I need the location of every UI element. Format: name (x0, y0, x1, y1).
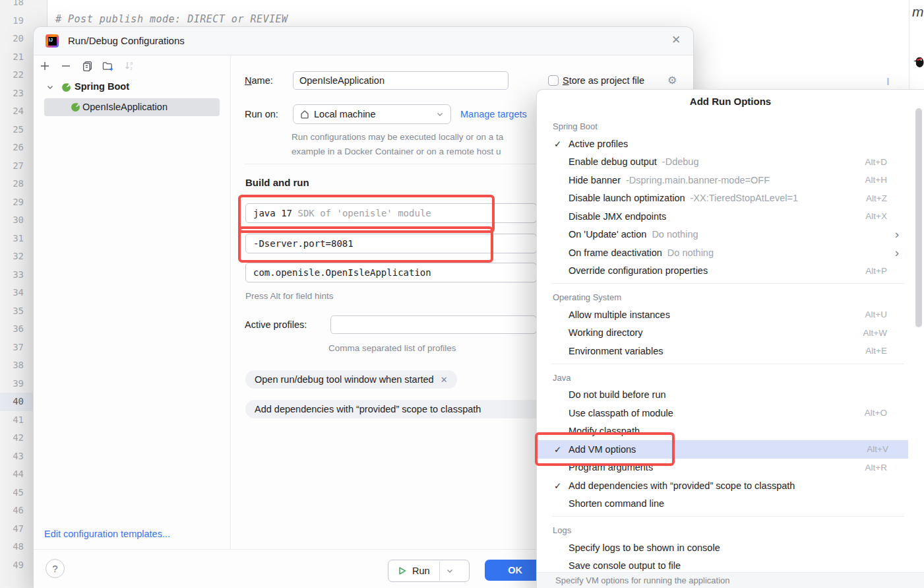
menu-item-specify-logs-to-be-shown-in-console[interactable]: Specify logs to be shown in console (537, 539, 907, 557)
popup-scrollbar[interactable] (915, 108, 922, 327)
menu-item-allow-multiple-instances[interactable]: Allow multiple instancesAlt+U (537, 306, 907, 324)
check-icon: ✓ (554, 480, 569, 491)
menu-item-do-not-build-before-run[interactable]: Do not build before run (537, 386, 907, 405)
intellij-logo-icon: IJ (46, 34, 59, 48)
menu-item-label: Add VM options (569, 444, 636, 455)
line-number: 19 (0, 12, 24, 30)
editor-caret-mark (887, 78, 889, 85)
add-configuration-button[interactable] (39, 60, 51, 72)
configurations-toolbar: az (39, 59, 135, 73)
line-number: 33 (0, 266, 24, 284)
run-button-label: Run (412, 566, 430, 576)
manage-targets-link[interactable]: Manage targets (460, 104, 527, 124)
help-button[interactable]: ? (46, 559, 65, 578)
gear-icon[interactable]: ⚙ (667, 71, 677, 90)
run-on-description-line2: example in a Docker Container or on a re… (292, 145, 501, 159)
vm-options-field[interactable]: -Dserver.port=8081 (245, 234, 537, 253)
line-number: 26 (0, 139, 24, 157)
close-icon[interactable]: ✕ (441, 375, 448, 385)
menu-item-on-frame-deactivation[interactable]: On frame deactivationDo nothing› (537, 244, 907, 262)
line-number: 44 (0, 465, 24, 484)
menu-item-override-configuration-properties[interactable]: Override configuration propertiesAlt+P (537, 262, 907, 280)
line-number: 37 (0, 339, 24, 357)
menu-item-label: Program arguments (569, 462, 653, 473)
menu-separator (551, 516, 904, 517)
build-and-run-heading: Build and run (245, 177, 309, 188)
active-profiles-hint: Comma separated list of profiles (328, 343, 456, 353)
run-on-select[interactable]: Local machine (293, 104, 451, 124)
tree-item-spring-boot[interactable]: Spring Boot (75, 81, 129, 92)
line-number: 42 (0, 429, 24, 447)
menu-item-disable-launch-optimization[interactable]: Disable launch optimization-XX:TieredSto… (537, 189, 907, 208)
menu-item-hint: -XX:TieredStopAtLevel=1 (691, 193, 799, 203)
menu-section-operating-system: Operating System (537, 287, 924, 306)
submenu-chevron-icon: › (895, 248, 899, 257)
menu-item-hint: -Ddebug (662, 156, 699, 167)
menu-item-label: Environment variables (569, 346, 663, 356)
menu-item-label: Enable debug output (569, 156, 657, 167)
store-as-project-file-checkbox[interactable] (548, 75, 559, 86)
dialog-titlebar: IJ Run/Debug Configurations ✕ (34, 27, 693, 55)
line-number: 29 (0, 193, 24, 212)
run-on-label: Run on: (245, 104, 278, 124)
chevron-down-icon[interactable] (446, 567, 454, 575)
run-on-value: Local machine (314, 109, 376, 119)
menu-item-use-classpath-of-module[interactable]: Use classpath of moduleAlt+O (537, 404, 907, 422)
menu-item-disable-jmx-endpoints[interactable]: Disable JMX endpointsAlt+X (537, 207, 907, 226)
menu-item-label: Active profiles (569, 139, 628, 149)
add-run-options-popup: Add Run Options Spring Boot✓Active profi… (536, 89, 924, 588)
svg-text:z: z (131, 66, 133, 71)
remove-configuration-button[interactable] (60, 60, 72, 72)
menu-item-shortcut: Alt+R (865, 463, 887, 473)
line-number: 23 (0, 84, 24, 103)
copy-configuration-button[interactable] (81, 60, 93, 72)
line-number: 32 (0, 247, 24, 266)
menu-item-program-arguments[interactable]: Program argumentsAlt+R (537, 459, 907, 477)
tree-item-openisleapplication[interactable]: OpenIsleApplication (82, 102, 168, 112)
menu-item-modify-classpath[interactable]: Modify classpath (537, 422, 907, 441)
menu-item-shorten-command-line[interactable]: Shorten command line (537, 495, 907, 513)
tag-open-tool-window: Open run/debug tool window when started … (245, 370, 457, 389)
menu-item-label: On 'Update' action (569, 229, 646, 240)
menu-item-environment-variables[interactable]: Environment variablesAlt+E (537, 342, 907, 360)
popup-footer-hint: Specify VM options for running the appli… (537, 572, 924, 588)
name-input[interactable]: OpenIsleApplication (293, 71, 508, 90)
close-icon[interactable]: ✕ (669, 34, 683, 47)
menu-item-on-update-action[interactable]: On 'Update' actionDo nothing› (537, 226, 907, 244)
sort-configurations-button[interactable]: az (123, 60, 135, 72)
line-number: 22 (0, 66, 24, 84)
menu-item-label: Hide banner (569, 175, 621, 185)
menu-item-add-dependencies-with-provided-scope-to-classpath[interactable]: ✓Add dependencies with “provided” scope … (537, 476, 907, 495)
jdk-field[interactable]: java 17 SDK of 'openisle' module (245, 203, 537, 223)
line-number: 38 (0, 356, 24, 375)
run-button[interactable]: Run (388, 560, 470, 582)
menu-item-shortcut: Alt+W (863, 328, 887, 338)
line-number: 31 (0, 230, 24, 248)
line-number: 40 (0, 393, 24, 411)
editor-right-divider (909, 0, 909, 89)
menu-item-add-vm-options[interactable]: ✓Add VM optionsAlt+V (537, 440, 908, 459)
line-number: 21 (0, 48, 24, 67)
menu-section-logs: Logs (537, 520, 924, 539)
svg-text:a: a (131, 61, 133, 65)
chevron-down-icon[interactable] (46, 82, 55, 92)
line-number: 39 (0, 375, 24, 393)
jdk-field-hint: SDK of 'openisle' module (297, 208, 431, 218)
line-number: 27 (0, 157, 24, 176)
menu-item-shortcut: Alt+P (865, 266, 887, 276)
menu-item-active-profiles[interactable]: ✓Active profiles (537, 135, 907, 153)
dialog-title: Run/Debug Configurations (68, 35, 185, 46)
field-hints-text: Press Alt for field hints (245, 291, 334, 301)
menu-item-enable-debug-output[interactable]: Enable debug output-DdebugAlt+D (537, 153, 907, 172)
menu-item-shortcut: Alt+E (865, 346, 887, 356)
main-class-field[interactable]: com.openisle.OpenIsleApplication (245, 263, 537, 282)
menu-item-working-directory[interactable]: Working directoryAlt+W (537, 324, 907, 343)
menu-item-hide-banner[interactable]: Hide banner-Dspring.main.banner-mode=OFF… (537, 171, 907, 189)
screen: 1819202122232425262728293031323334353637… (0, 0, 924, 588)
menu-item-hint: -Dspring.main.banner-mode=OFF (626, 175, 770, 185)
new-folder-button[interactable] (102, 60, 114, 72)
edit-configuration-templates-link[interactable]: Edit configuration templates... (44, 529, 170, 539)
line-number: 45 (0, 484, 24, 502)
play-icon (398, 566, 407, 575)
active-profiles-input[interactable] (330, 315, 537, 334)
